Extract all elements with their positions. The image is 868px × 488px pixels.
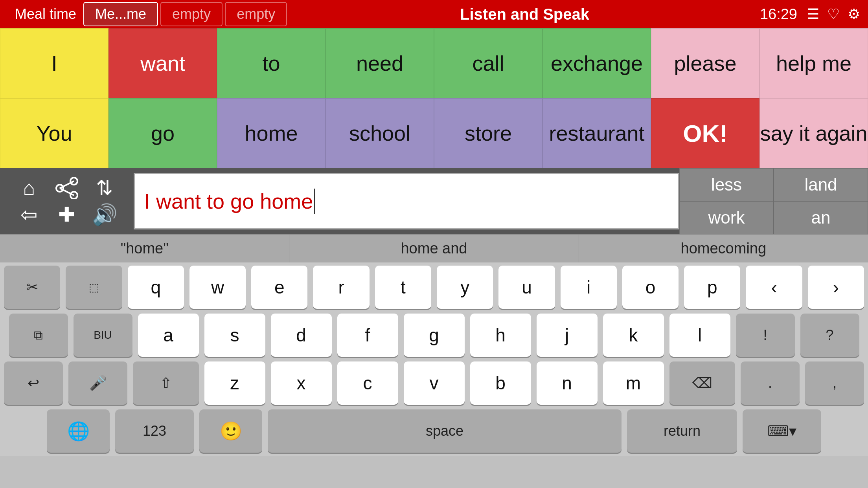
grid-row-2: You go home school store restaurant OK! …	[0, 98, 868, 168]
completion-homecoming[interactable]: homecoming	[579, 235, 868, 262]
key-h[interactable]: h	[470, 314, 531, 357]
paste-key[interactable]: ⧉	[9, 314, 68, 357]
key-m[interactable]: m	[603, 361, 664, 405]
key-l[interactable]: l	[669, 314, 730, 357]
key-row-2: ⧉ BIU a s d f g h j k l ! ?	[0, 314, 868, 357]
completion-home-and[interactable]: home and	[289, 235, 579, 262]
key-k[interactable]: k	[603, 314, 664, 357]
delete-key[interactable]: ⌫	[669, 361, 736, 405]
list-icon[interactable]: ☰	[807, 6, 819, 22]
key-r[interactable]: r	[313, 266, 369, 309]
grid-cell-sayitagain[interactable]: say it again	[760, 98, 868, 168]
word-suggestions-right: less land work an	[679, 168, 868, 234]
settings-icon[interactable]: ⚙	[848, 6, 860, 22]
key-o[interactable]: o	[622, 266, 679, 309]
grid-cell-I[interactable]: I	[0, 28, 108, 98]
topbar-tab3[interactable]: empty	[225, 2, 287, 26]
word-grid: I want to need call exchange please help…	[0, 28, 868, 168]
key-b[interactable]: b	[470, 361, 531, 405]
text-cursor	[314, 189, 315, 214]
share-icon[interactable]	[51, 176, 83, 200]
topbar: Meal time Me...me empty empty Listen and…	[0, 0, 868, 28]
topbar-tab1[interactable]: Me...me	[83, 2, 158, 26]
speaker-icon[interactable]: 🔊	[89, 203, 120, 226]
num-key[interactable]: 123	[115, 409, 194, 453]
suggestion-land[interactable]: land	[774, 168, 868, 201]
suggestion-an[interactable]: an	[774, 201, 868, 234]
key-u[interactable]: u	[498, 266, 555, 309]
emoji-key[interactable]: 🙂	[199, 409, 262, 453]
key-t[interactable]: t	[375, 266, 431, 309]
home-icon[interactable]: ⌂	[13, 176, 45, 200]
add-icon[interactable]: ✚	[51, 203, 83, 226]
heart-icon[interactable]: ♡	[827, 6, 840, 22]
topbar-tab2[interactable]: empty	[160, 2, 223, 26]
toolbar-icons-bottom: ⇦ ✚ 🔊	[13, 203, 120, 226]
grid-cell-exchange[interactable]: exchange	[542, 28, 651, 98]
key-p[interactable]: p	[684, 266, 740, 309]
biu-key[interactable]: BIU	[74, 314, 132, 357]
completion-row: "home" home and homecoming	[0, 234, 868, 262]
completion-home-quoted[interactable]: "home"	[0, 235, 289, 262]
topbar-icons: ☰ ♡ ⚙	[807, 6, 860, 22]
keyboard: ✂ ⬚ q w e r t y u i o p ‹ › ⧉ BIU a s d …	[0, 262, 868, 456]
globe-key[interactable]: 🌐	[47, 409, 110, 453]
grid-cell-you[interactable]: You	[0, 98, 108, 168]
grid-cell-home[interactable]: home	[217, 98, 326, 168]
grid-cell-restaurant[interactable]: restaurant	[542, 98, 651, 168]
key-row-1: ✂ ⬚ q w e r t y u i o p ‹ ›	[0, 266, 868, 309]
grid-cell-need[interactable]: need	[326, 28, 434, 98]
comma-key[interactable]: ,	[805, 361, 864, 405]
key-row-3: ↩ 🎤 ⇧ z x c v b n m ⌫ . ,	[0, 361, 868, 405]
mic-key[interactable]: 🎤	[68, 361, 127, 405]
question-key[interactable]: ?	[800, 314, 859, 357]
key-i[interactable]: i	[561, 266, 617, 309]
key-v[interactable]: v	[404, 361, 465, 405]
text-content: I want to go home	[144, 189, 313, 213]
shift-key[interactable]: ⇧	[133, 361, 199, 405]
key-q[interactable]: q	[128, 266, 184, 309]
key-c[interactable]: c	[337, 361, 398, 405]
grid-cell-helpme[interactable]: help me	[760, 28, 868, 98]
key-f[interactable]: f	[337, 314, 398, 357]
grid-cell-call[interactable]: call	[434, 28, 542, 98]
toolbar-row: ⌂ ⇅ ⇦ ✚ 🔊 I want to go home less land wo…	[0, 168, 868, 234]
topbar-mode-label: Listen and Speak	[289, 6, 760, 23]
left-arrow-key[interactable]: ‹	[746, 266, 802, 309]
topbar-time: 16:29	[760, 6, 797, 23]
period-key[interactable]: .	[741, 361, 800, 405]
right-arrow-key[interactable]: ›	[808, 266, 864, 309]
suggestion-work[interactable]: work	[679, 201, 774, 234]
grid-cell-store[interactable]: store	[434, 98, 542, 168]
select-key[interactable]: ⬚	[66, 266, 122, 309]
grid-cell-want[interactable]: want	[108, 28, 217, 98]
key-j[interactable]: j	[537, 314, 598, 357]
space-key[interactable]: space	[268, 409, 622, 453]
updown-arrow-icon[interactable]: ⇅	[89, 176, 120, 200]
key-z[interactable]: z	[204, 361, 265, 405]
grid-cell-school[interactable]: school	[326, 98, 434, 168]
key-row-4: 🌐 123 🙂 space return ⌨▾	[0, 409, 868, 456]
scissors-key[interactable]: ✂	[4, 266, 60, 309]
exclaim-key[interactable]: !	[736, 314, 795, 357]
key-a[interactable]: a	[138, 314, 199, 357]
grid-cell-ok[interactable]: OK!	[651, 98, 760, 168]
key-y[interactable]: y	[437, 266, 493, 309]
grid-cell-please[interactable]: please	[651, 28, 760, 98]
toolbar-left: ⌂ ⇅ ⇦ ✚ 🔊	[0, 168, 134, 234]
back-icon[interactable]: ⇦	[13, 203, 45, 226]
suggestion-less[interactable]: less	[679, 168, 774, 201]
grid-cell-go[interactable]: go	[108, 98, 217, 168]
grid-cell-to[interactable]: to	[217, 28, 326, 98]
undo-key[interactable]: ↩	[4, 361, 63, 405]
key-d[interactable]: d	[271, 314, 332, 357]
key-n[interactable]: n	[537, 361, 598, 405]
key-s[interactable]: s	[204, 314, 265, 357]
keyboard-hide-key[interactable]: ⌨▾	[743, 409, 821, 453]
text-input-area[interactable]: I want to go home	[134, 173, 679, 229]
return-key[interactable]: return	[627, 409, 737, 453]
key-e[interactable]: e	[251, 266, 307, 309]
key-x[interactable]: x	[271, 361, 332, 405]
key-g[interactable]: g	[404, 314, 465, 357]
key-w[interactable]: w	[189, 266, 246, 309]
